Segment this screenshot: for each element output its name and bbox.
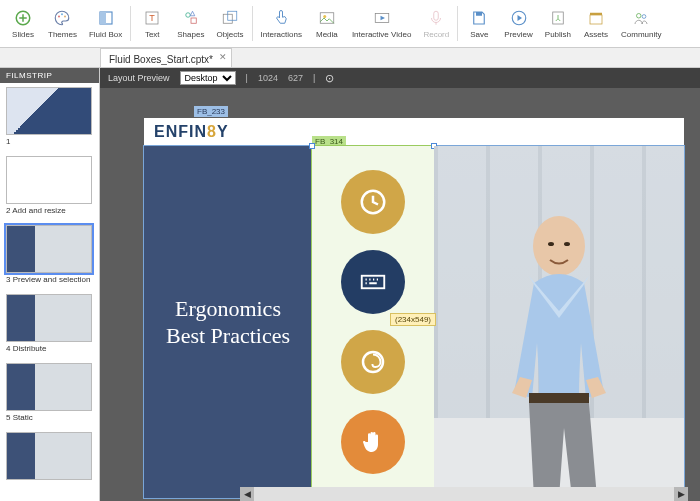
ribbon: Slides Themes Fluid Box T Text Shapes Ob… <box>0 0 700 48</box>
horizontal-scrollbar[interactable]: ◀ ▶ <box>240 487 688 501</box>
svg-point-13 <box>323 15 326 18</box>
sep: | <box>313 73 315 83</box>
thumb-label: 5 Static <box>6 413 93 422</box>
filmstrip-header: FILMSTRIP <box>0 68 99 83</box>
close-icon[interactable]: ✕ <box>219 52 227 62</box>
person-graphic <box>474 198 644 498</box>
plus-icon <box>14 8 32 28</box>
interactions-button[interactable]: Interactions <box>255 0 308 47</box>
fluidbox-button[interactable]: Fluid Box <box>83 0 128 47</box>
objects-button[interactable]: Objects <box>210 0 249 47</box>
swirl-icon[interactable] <box>341 330 405 394</box>
svg-rect-5 <box>100 12 106 24</box>
logo: ENFIN8Y <box>154 123 229 141</box>
mic-icon <box>427 8 445 28</box>
svg-point-28 <box>564 242 570 246</box>
hand-tap-icon <box>272 8 290 28</box>
palette-icon <box>53 8 71 28</box>
tab-title: Fluid Boxes_Start.cptx* <box>109 54 213 65</box>
clock-icon[interactable] <box>341 170 405 234</box>
ribbon-label: Media <box>316 30 338 39</box>
record-button[interactable]: Record <box>417 0 455 47</box>
ribbon-label: Slides <box>12 30 34 39</box>
ribbon-label: Record <box>423 30 449 39</box>
ribbon-label: Shapes <box>177 30 204 39</box>
photo-panel[interactable] <box>434 146 684 498</box>
slide-thumb[interactable]: 3 Preview and selection <box>6 225 93 284</box>
slides-button[interactable]: Slides <box>4 0 42 47</box>
hand-icon[interactable] <box>341 410 405 474</box>
shapes-button[interactable]: Shapes <box>171 0 210 47</box>
preview-height: 627 <box>288 73 303 83</box>
slide-thumb[interactable]: 1 <box>6 87 93 146</box>
canvas-area: Layout Preview Desktop | 1024 627 | ⊙ FB… <box>100 68 700 501</box>
title-panel[interactable]: Ergonomics Best Practices <box>144 146 312 498</box>
document-tabbar: Fluid Boxes_Start.cptx* ✕ <box>0 48 700 68</box>
slide-title: Ergonomics Best Practices <box>154 295 302 350</box>
community-button[interactable]: Community <box>615 0 667 47</box>
resize-handle[interactable] <box>309 143 315 149</box>
sep: | <box>246 73 248 83</box>
play-icon[interactable]: ⊙ <box>325 72 334 85</box>
ribbon-label: Themes <box>48 30 77 39</box>
text-button[interactable]: T Text <box>133 0 171 47</box>
fluidbox-icon <box>97 8 115 28</box>
media-button[interactable]: Media <box>308 0 346 47</box>
ribbon-label: Community <box>621 30 661 39</box>
svg-point-26 <box>533 216 585 276</box>
svg-point-1 <box>59 16 61 18</box>
svg-rect-20 <box>590 13 602 15</box>
slide-thumb[interactable]: 4 Distribute <box>6 294 93 353</box>
slide-thumb[interactable]: 2 Add and resize <box>6 156 93 215</box>
thumb-label: 2 Add and resize <box>6 206 93 215</box>
svg-point-27 <box>548 242 554 246</box>
themes-button[interactable]: Themes <box>42 0 83 47</box>
svg-rect-15 <box>434 11 439 20</box>
play-icon <box>510 8 528 28</box>
ribbon-label: Publish <box>545 30 571 39</box>
separator <box>130 6 131 41</box>
svg-point-8 <box>186 13 191 18</box>
keyboard-icon[interactable] <box>341 250 405 314</box>
scroll-right-icon[interactable]: ▶ <box>674 487 688 501</box>
thumb-label: 4 Distribute <box>6 344 93 353</box>
ribbon-label: Text <box>145 30 160 39</box>
assets-icon <box>587 8 605 28</box>
filmstrip-panel: FILMSTRIP 1 2 Add and resize 3 Preview a… <box>0 68 100 501</box>
ribbon-label: Objects <box>216 30 243 39</box>
text-icon: T <box>143 8 161 28</box>
interactive-video-button[interactable]: Interactive Video <box>346 0 417 47</box>
svg-point-3 <box>65 16 67 18</box>
video-icon <box>373 8 391 28</box>
ribbon-label: Interactions <box>261 30 302 39</box>
thumb-label: 3 Preview and selection <box>6 275 93 284</box>
brand-bar: FB_233 ENFIN8Y FB_314 <box>144 118 684 146</box>
svg-rect-24 <box>362 276 385 289</box>
svg-rect-9 <box>191 18 196 23</box>
svg-point-21 <box>637 14 642 19</box>
thumb-label: 1 <box>6 137 93 146</box>
slide-stage[interactable]: FB_233 ENFIN8Y FB_314 Ergonomics Best Pr… <box>144 118 684 498</box>
scroll-track[interactable] <box>254 487 674 501</box>
dimension-hint: (234x549) <box>390 313 436 326</box>
shapes-icon <box>182 8 200 28</box>
filmstrip-thumbs[interactable]: 1 2 Add and resize 3 Preview and selecti… <box>0 83 99 501</box>
publish-icon <box>549 8 567 28</box>
slide-thumb[interactable]: 5 Static <box>6 363 93 422</box>
fluidbox-tag[interactable]: FB_233 <box>194 106 228 117</box>
save-icon <box>470 8 488 28</box>
device-select[interactable]: Desktop <box>180 71 236 85</box>
ribbon-label: Save <box>470 30 488 39</box>
ribbon-label: Interactive Video <box>352 30 411 39</box>
svg-point-2 <box>62 13 64 15</box>
ribbon-label: Fluid Box <box>89 30 122 39</box>
assets-button[interactable]: Assets <box>577 0 615 47</box>
save-button[interactable]: Save <box>460 0 498 47</box>
slide-thumb[interactable] <box>6 432 93 480</box>
separator <box>457 6 458 41</box>
ribbon-label: Assets <box>584 30 608 39</box>
document-tab[interactable]: Fluid Boxes_Start.cptx* ✕ <box>100 48 232 67</box>
preview-button[interactable]: Preview <box>498 0 538 47</box>
scroll-left-icon[interactable]: ◀ <box>240 487 254 501</box>
publish-button[interactable]: Publish <box>539 0 577 47</box>
